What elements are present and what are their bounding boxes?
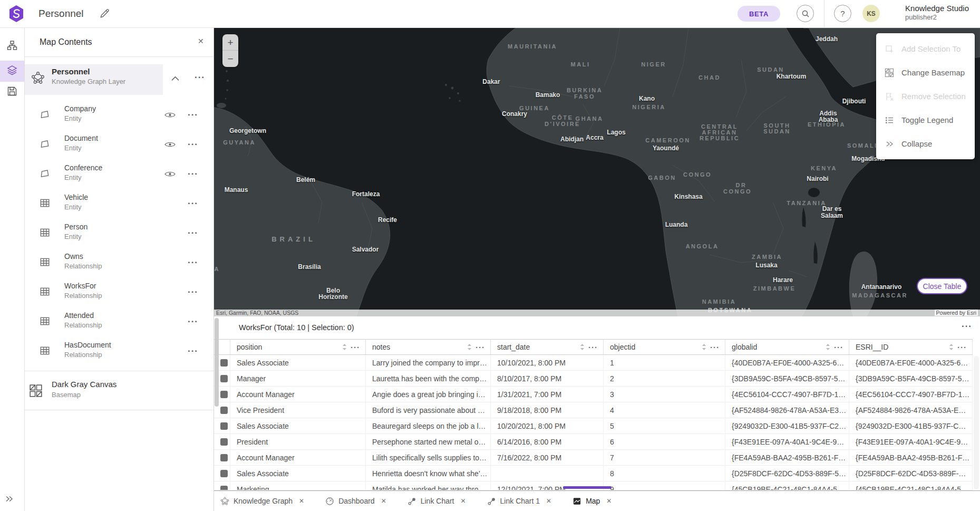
table-row[interactable]: Account Manager Angie does a great job b… [214, 387, 973, 402]
table-horizontal-scroll-thumb[interactable] [563, 486, 612, 489]
layer-menu-button[interactable]: ··· [188, 110, 198, 119]
layer-row-worksfor[interactable]: WorksFor Relationship ··· [25, 277, 214, 306]
row-checkbox[interactable] [220, 359, 228, 367]
visibility-eye-icon[interactable] [164, 170, 176, 177]
layer-menu-button[interactable]: ··· [188, 346, 198, 355]
column-menu-button[interactable]: ··· [588, 343, 598, 352]
cell-objectid: 4 [604, 402, 725, 418]
menu-item-collapse[interactable]: Collapse [876, 132, 975, 156]
table-options-button[interactable]: ··· [962, 322, 972, 331]
app-logo-icon[interactable] [8, 5, 24, 23]
layer-row-attended[interactable]: Attended Relationship ··· [25, 306, 214, 336]
layer-menu-button[interactable]: ··· [188, 287, 198, 296]
table-vertical-scroll-thumb[interactable] [215, 318, 219, 407]
map-canvas[interactable]: MAURITANIAMALINIGERSUDANCHADBURKINAFASOG… [214, 28, 980, 316]
layer-menu-button[interactable]: ··· [188, 228, 198, 237]
row-checkbox[interactable] [220, 454, 228, 461]
column-header-position: position ··· [230, 340, 366, 354]
layer-row-company[interactable]: Company Entity ··· [25, 100, 214, 129]
visibility-eye-icon[interactable] [164, 140, 176, 148]
layer-row-hasdocument[interactable]: HasDocument Relationship ··· [25, 336, 214, 365]
table-row[interactable]: Sales Associate Henrietta doesn't know w… [214, 466, 973, 481]
table-icon [40, 227, 50, 238]
row-select-cell [214, 450, 230, 466]
table-row[interactable]: Vice President Buford is very passionate… [214, 402, 973, 418]
layer-row-person[interactable]: Person Entity ··· [25, 218, 214, 247]
row-checkbox[interactable] [220, 486, 228, 490]
topbar-divider [824, 0, 824, 28]
column-menu-button[interactable]: ··· [476, 343, 485, 352]
row-checkbox[interactable] [220, 470, 228, 477]
rail-item-save[interactable] [0, 82, 24, 103]
visibility-eye-icon[interactable] [164, 111, 176, 118]
tab-close-icon[interactable]: ✕ [461, 497, 466, 505]
table-row[interactable]: Sales Associate Beauregard sleeps on the… [214, 418, 973, 434]
sort-icon[interactable] [342, 343, 347, 351]
menu-item-toggle-legend[interactable]: Toggle Legend [876, 108, 975, 132]
avatar[interactable]: KS [862, 5, 880, 22]
table-title: WorksFor (Total: 10 | Selection: 0) [239, 323, 354, 332]
row-checkbox[interactable] [220, 375, 228, 382]
cell-start_date [491, 466, 604, 481]
tab-close-icon[interactable]: ✕ [381, 497, 386, 505]
tab-link-chart-1[interactable]: Link Chart 1 ✕ [487, 497, 552, 506]
zoom-out-button[interactable]: − [222, 51, 238, 67]
layer-group-menu-button[interactable]: ··· [195, 73, 205, 82]
row-checkbox[interactable] [220, 391, 228, 398]
table-row[interactable]: Sales Associate Larry joined the company… [214, 355, 973, 371]
layer-row-vehicle[interactable]: Vehicle Entity ··· [25, 188, 214, 218]
cell-esri_id: {FE4A59AB-BAA2-495B-B261-FB… [849, 450, 973, 466]
column-menu-button[interactable]: ··· [710, 343, 720, 352]
table-row[interactable]: Manager Lauretta has been with the comp…… [214, 371, 973, 387]
layer-menu-button[interactable]: ··· [188, 258, 198, 267]
rail-item-sitemap[interactable] [0, 36, 24, 57]
close-table-button[interactable]: Close Table [917, 278, 967, 294]
tab-link-chart[interactable]: Link Chart ✕ [407, 497, 466, 506]
layer-menu-button[interactable]: ··· [188, 199, 198, 208]
attribution-sources: Esri, Garmin, FAO, NOAA, USGS [216, 310, 298, 316]
menu-item-change-basemap[interactable]: Change Basemap [876, 61, 975, 84]
sort-icon[interactable] [702, 343, 706, 351]
table-vertical-scrollbar[interactable] [974, 356, 979, 489]
cell-position: Account Manager [230, 387, 366, 402]
column-menu-button[interactable]: ··· [957, 343, 967, 352]
tab-map[interactable]: Map ✕ [573, 497, 612, 506]
layer-type: Entity [64, 203, 82, 211]
layer-menu-button[interactable]: ··· [188, 317, 198, 326]
layer-row-document[interactable]: Document Entity ··· [25, 129, 214, 159]
polygon-icon [40, 109, 50, 120]
edit-title-icon[interactable] [99, 8, 110, 19]
row-checkbox[interactable] [220, 407, 228, 414]
tab-close-icon[interactable]: ✕ [546, 497, 551, 505]
sort-icon[interactable] [580, 343, 585, 351]
row-checkbox[interactable] [220, 422, 228, 430]
sort-icon[interactable] [826, 343, 830, 351]
row-select-cell [214, 418, 230, 434]
zoom-in-button[interactable]: + [222, 34, 238, 51]
rail-collapse-button[interactable] [4, 494, 20, 507]
chevron-up-icon[interactable] [171, 76, 179, 81]
layer-menu-button[interactable]: ··· [188, 169, 198, 178]
tab-close-icon[interactable]: ✕ [606, 497, 612, 505]
table-row[interactable]: President Persephone started new metal o… [214, 434, 973, 450]
column-menu-button[interactable]: ··· [351, 343, 360, 352]
table-row[interactable]: Account Manager Lilith specifically sell… [214, 450, 973, 466]
tab-dashboard[interactable]: Dashboard ✕ [325, 497, 386, 506]
layer-row-conference[interactable]: Conference Entity ··· [25, 159, 214, 188]
column-menu-button[interactable]: ··· [834, 343, 843, 352]
basemap-row[interactable]: Dark Gray Canvas Basemap [25, 371, 214, 410]
sort-icon[interactable] [949, 343, 954, 351]
dashboard-icon [325, 497, 334, 506]
tab-knowledge-graph[interactable]: Knowledge Graph ✕ [220, 497, 304, 506]
search-button[interactable] [797, 5, 814, 22]
layer-list: Company Entity ··· Document Entity ··· C… [25, 100, 214, 365]
rail-item-layers[interactable] [0, 61, 24, 82]
help-button[interactable]: ? [834, 5, 851, 22]
layer-row-owns[interactable]: Owns Relationship ··· [25, 247, 214, 277]
sort-icon[interactable] [467, 343, 472, 351]
tab-close-icon[interactable]: ✕ [299, 497, 304, 505]
menu-item-remove-selection: Remove Selection [876, 84, 975, 108]
panel-close-icon[interactable]: ✕ [198, 37, 204, 45]
row-checkbox[interactable] [220, 438, 228, 446]
layer-menu-button[interactable]: ··· [188, 140, 198, 149]
